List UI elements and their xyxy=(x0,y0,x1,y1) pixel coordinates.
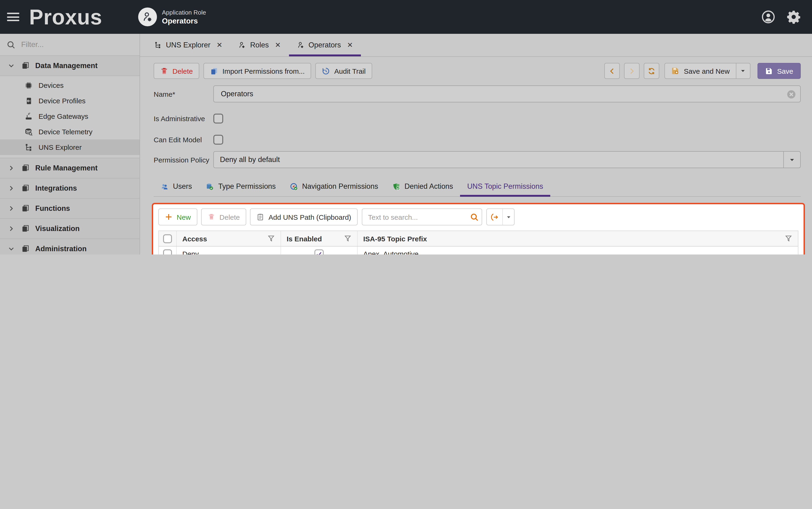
refresh-button[interactable] xyxy=(644,63,659,79)
sidebar-filter-input[interactable] xyxy=(20,40,114,49)
tab-navigation-permissions[interactable]: Navigation Permissions xyxy=(283,176,385,196)
page-context: Application Role Operators xyxy=(138,7,206,26)
save-button[interactable]: Save xyxy=(757,63,801,79)
sidebar-section-data-management[interactable]: Data Management xyxy=(0,56,139,76)
chevron-right-icon xyxy=(8,165,14,171)
sidebar-section-rule-management[interactable]: Rule Management xyxy=(0,158,139,178)
sidebar-section-integrations[interactable]: Integrations xyxy=(0,178,139,199)
table-row[interactable]: Deny Apex_Automotive xyxy=(159,246,798,254)
tab-uns-topic-permissions[interactable]: UNS Topic Permissions xyxy=(460,176,550,196)
import-permissions-button[interactable]: Import Permissions from... xyxy=(204,63,311,79)
caret-down-icon xyxy=(789,157,795,163)
tab-operators[interactable]: Operators ✕ xyxy=(289,34,361,56)
tab-type-permissions[interactable]: Type Permissions xyxy=(199,176,283,196)
type-permission-icon xyxy=(206,182,214,191)
permission-policy-row: Permission Policy Deny all by default xyxy=(154,151,801,168)
denied-actions-icon xyxy=(392,182,400,191)
main-content: UNS Explorer ✕ Roles ✕ Operators ✕ Delet… xyxy=(140,34,812,254)
section-label: Data Management xyxy=(35,62,98,70)
select-caret[interactable] xyxy=(783,152,800,168)
next-record-button[interactable] xyxy=(624,63,640,79)
search-icon xyxy=(470,212,479,222)
previous-record-button[interactable] xyxy=(604,63,620,79)
can-edit-model-label: Can Edit Model xyxy=(154,136,213,144)
close-icon[interactable]: ✕ xyxy=(275,41,281,49)
select-all-checkbox[interactable] xyxy=(163,234,172,243)
save-new-icon xyxy=(671,67,680,75)
chevron-right-icon xyxy=(628,67,635,74)
can-edit-model-checkbox[interactable] xyxy=(213,135,223,145)
context-title: Operators xyxy=(162,17,206,25)
grid-search xyxy=(362,208,482,226)
is-enabled-checkbox[interactable] xyxy=(314,249,324,254)
filter-icon[interactable] xyxy=(344,235,352,242)
sidebar-item-devices[interactable]: Devices xyxy=(0,77,139,93)
proxus-logo: Proxus xyxy=(29,6,102,28)
sidebar-item-uns-explorer[interactable]: UNS Explorer xyxy=(0,139,139,155)
uns-topic-permissions-panel: New Delete Add UNS Path (Clipboard) xyxy=(152,203,805,254)
sidebar: Data Management Devices Device Profiles … xyxy=(0,34,140,254)
database-search-icon xyxy=(25,128,33,136)
save-icon xyxy=(765,67,773,75)
permission-tab-bar: Users Type Permissions Navigation Permis… xyxy=(154,176,801,197)
document-tab-bar: UNS Explorer ✕ Roles ✕ Operators ✕ xyxy=(140,34,812,57)
export-button[interactable] xyxy=(487,208,515,226)
sidebar-section-functions[interactable]: Functions xyxy=(0,199,139,219)
sidebar-item-device-telemetry[interactable]: Device Telemetry xyxy=(0,124,139,139)
grid-search-input[interactable] xyxy=(362,213,467,221)
chevron-left-icon xyxy=(609,67,616,74)
role-icon xyxy=(297,41,304,49)
hierarchy-icon xyxy=(25,143,33,151)
name-input[interactable] xyxy=(220,89,794,99)
close-icon[interactable]: ✕ xyxy=(347,41,353,49)
export-options-caret[interactable] xyxy=(502,209,514,225)
sidebar-item-device-profiles[interactable]: Device Profiles xyxy=(0,93,139,108)
column-header-is-enabled: Is Enabled xyxy=(287,235,322,242)
filter-icon[interactable] xyxy=(785,235,792,242)
add-uns-path-button[interactable]: Add UNS Path (Clipboard) xyxy=(250,208,358,226)
hamburger-menu-icon[interactable] xyxy=(7,13,19,21)
sidebar-section-visualization[interactable]: Visualization xyxy=(0,219,139,239)
history-clock-icon xyxy=(322,67,330,75)
permissions-table: Access Is Enabled ISA-95 Topic Prefix De… xyxy=(158,231,799,254)
chevron-right-icon xyxy=(8,205,14,212)
is-administrative-checkbox[interactable] xyxy=(213,114,223,124)
close-icon[interactable]: ✕ xyxy=(217,41,223,49)
refresh-icon xyxy=(648,67,655,75)
chevron-down-icon xyxy=(8,63,14,69)
new-row-button[interactable]: New xyxy=(158,208,197,226)
chip-icon xyxy=(25,81,33,90)
hierarchy-icon xyxy=(154,41,162,49)
tab-denied-actions[interactable]: Denied Actions xyxy=(385,176,460,196)
grid-toolbar: New Delete Add UNS Path (Clipboard) xyxy=(158,208,799,226)
tab-users[interactable]: Users xyxy=(154,176,199,196)
plus-icon xyxy=(165,213,172,221)
role-avatar xyxy=(138,7,157,26)
column-header-topic-prefix: ISA-95 Topic Prefix xyxy=(363,235,427,242)
sidebar-section-administration[interactable]: Administration xyxy=(0,239,139,254)
clipboard-icon xyxy=(257,213,264,221)
sidebar-filter[interactable] xyxy=(0,34,139,56)
gear-icon[interactable] xyxy=(787,10,801,24)
name-field-row: Name* xyxy=(154,86,801,102)
modules-icon xyxy=(21,245,30,253)
sidebar-item-edge-gateways[interactable]: Edge Gateways xyxy=(0,108,139,124)
check-icon xyxy=(316,250,322,254)
modules-icon xyxy=(21,204,30,213)
audit-trail-button[interactable]: Audit Trail xyxy=(316,63,372,79)
delete-button[interactable]: Delete xyxy=(154,63,199,79)
search-button[interactable] xyxy=(467,209,482,225)
proxus-app: Proxus Application Role Operators Data M… xyxy=(0,0,812,254)
clear-name-icon[interactable] xyxy=(787,90,796,99)
user-circle-icon[interactable] xyxy=(761,10,775,24)
save-options-caret[interactable] xyxy=(736,63,750,78)
permission-policy-select[interactable]: Deny all by default xyxy=(213,151,801,168)
tab-uns-explorer[interactable]: UNS Explorer ✕ xyxy=(146,34,230,56)
row-checkbox[interactable] xyxy=(163,249,172,254)
is-administrative-label: Is Administrative xyxy=(154,114,213,123)
save-and-new-button[interactable]: Save and New xyxy=(664,63,750,79)
filter-icon[interactable] xyxy=(267,235,275,242)
compass-check-icon xyxy=(290,182,298,191)
tab-roles[interactable]: Roles ✕ xyxy=(230,34,289,56)
delete-row-button[interactable]: Delete xyxy=(201,208,247,226)
